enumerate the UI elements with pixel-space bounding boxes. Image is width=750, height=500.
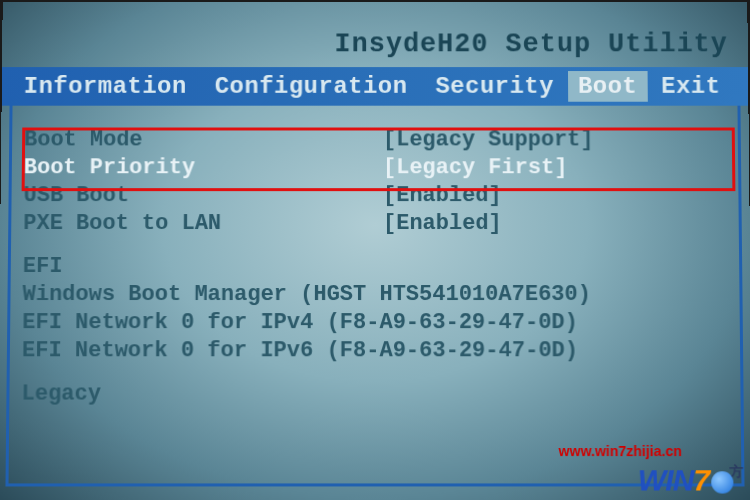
setting-usb-boot[interactable]: USB Boot [Enabled]: [23, 183, 726, 208]
content-pane: Boot Mode [Legacy Support] Boot Priority…: [5, 106, 744, 487]
watermark-url: www.win7zhijia.cn: [559, 443, 682, 459]
menu-security[interactable]: Security: [421, 71, 568, 102]
win7-logo: WIN7方: [638, 463, 743, 497]
setting-value: [Enabled]: [383, 183, 502, 208]
bios-screen: InsydeH20 Setup Utility Information Conf…: [0, 2, 750, 500]
logo-n: N: [672, 463, 693, 496]
setting-value: [Enabled]: [383, 211, 502, 236]
boot-entry[interactable]: EFI Network 0 for IPv6 (F8-A9-63-29-47-0…: [22, 338, 728, 363]
menu-configuration[interactable]: Configuration: [201, 71, 422, 102]
section-efi: EFI: [23, 254, 728, 279]
setting-boot-priority[interactable]: Boot Priority [Legacy First]: [24, 155, 727, 180]
boot-entry[interactable]: Windows Boot Manager (HGST HTS541010A7E6…: [22, 282, 727, 307]
logo-7: 7: [693, 463, 709, 496]
setting-label: Boot Mode: [24, 128, 383, 153]
menu-boot[interactable]: Boot: [568, 71, 647, 102]
menu-exit[interactable]: Exit: [647, 71, 734, 102]
setting-label: USB Boot: [23, 183, 383, 208]
setting-value: [Legacy Support]: [383, 128, 594, 153]
setting-value: [Legacy First]: [383, 155, 567, 180]
logo-w: W: [638, 463, 666, 496]
windows-orb-icon: [711, 471, 733, 493]
page-title: InsydeH20 Setup Utility: [2, 2, 748, 67]
menu-information[interactable]: Information: [10, 71, 201, 102]
section-legacy: Legacy: [21, 381, 728, 406]
boot-entry[interactable]: EFI Network 0 for IPv4 (F8-A9-63-29-47-0…: [22, 310, 728, 335]
setting-pxe-boot[interactable]: PXE Boot to LAN [Enabled]: [23, 211, 727, 236]
setting-label: Boot Priority: [24, 155, 383, 180]
setting-label: PXE Boot to LAN: [23, 211, 383, 236]
setting-boot-mode[interactable]: Boot Mode [Legacy Support]: [24, 128, 726, 153]
menu-bar: Information Configuration Security Boot …: [2, 67, 749, 106]
